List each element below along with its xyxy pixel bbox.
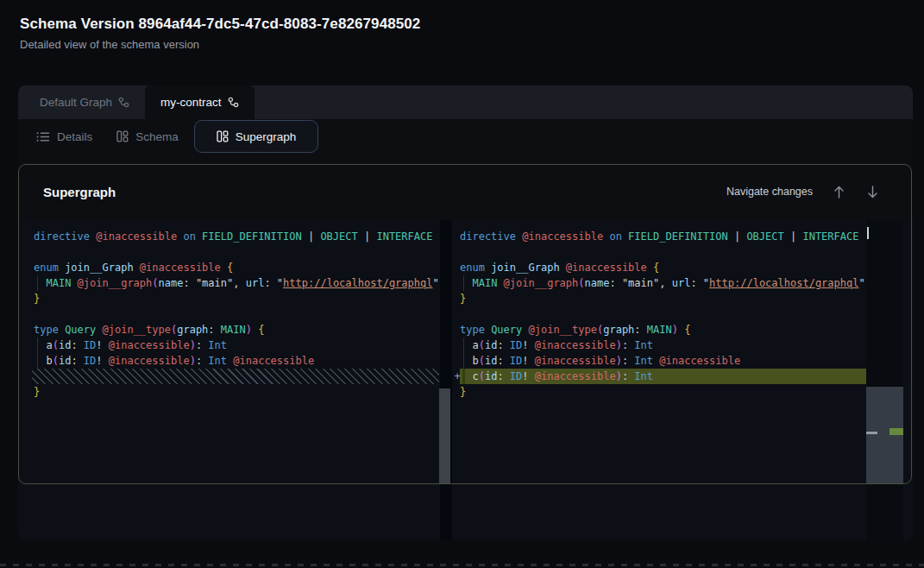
- right-scrollbar-thumb[interactable]: [866, 387, 903, 483]
- code-line: b(id: ID! @inaccessible): Int @inaccessi…: [452, 353, 866, 369]
- code-line: a(id: ID! @inaccessible): Int: [452, 338, 866, 353]
- tab-label: Default Graph: [40, 96, 112, 109]
- view-tabs: DetailsSchemaSupergraph: [18, 119, 913, 154]
- code-line: enum join__Graph @inaccessible {: [452, 260, 866, 275]
- arrow-up-icon[interactable]: [831, 184, 846, 199]
- code-line: [18, 244, 439, 260]
- code-line: }: [452, 291, 866, 306]
- code-line: directive @inaccessible on FIELD_DEFINIT…: [452, 229, 866, 244]
- list-icon: [36, 131, 50, 142]
- panel-title: Supergraph: [43, 185, 116, 199]
- code-line: enum join__Graph @inaccessible {: [18, 260, 439, 275]
- bottom-dashed-rule: [0, 564, 924, 566]
- modified-code: directive @inaccessible on FIELD_DEFINIT…: [452, 220, 866, 400]
- variant-icon: [118, 97, 129, 108]
- schema-version-card: Default Graphmy-contract DetailsSchemaSu…: [18, 85, 913, 540]
- supergraph-panel-header: Supergraph Navigate changes: [18, 164, 913, 219]
- code-line: [452, 306, 866, 322]
- tab-my-contract[interactable]: my-contract: [145, 85, 255, 119]
- overview-ruler[interactable]: [866, 220, 903, 540]
- code-line: b(id: ID! @inaccessible): Int @inaccessi…: [18, 353, 439, 369]
- original-pane[interactable]: directive @inaccessible on FIELD_DEFINIT…: [18, 220, 439, 540]
- overview-insert-marker: [889, 428, 903, 435]
- code-line: [452, 244, 866, 260]
- tab-details[interactable]: Details: [35, 130, 94, 143]
- left-scrollbar-thumb[interactable]: [439, 388, 450, 484]
- tab-schema[interactable]: Schema: [115, 130, 180, 143]
- tab-label: my-contract: [160, 96, 222, 109]
- modified-pane[interactable]: directive @inaccessible on FIELD_DEFINIT…: [452, 220, 866, 540]
- page-title: Schema Version 8964af44-7dc5-47cd-8083-7…: [20, 16, 420, 33]
- diff-insert-sign: +: [450, 369, 464, 384]
- code-line: c(id: ID! @inaccessible): Int: [452, 369, 866, 384]
- code-line: a(id: ID! @inaccessible): Int: [18, 338, 439, 353]
- tab-label: Supergraph: [236, 130, 297, 143]
- overview-position-marker: [866, 432, 877, 434]
- code-line: MAIN @join__graph(name: "main", url: "ht…: [452, 275, 866, 291]
- code-line: type Query @join__type(graph: MAIN) {: [452, 322, 866, 338]
- tab-label: Details: [57, 130, 92, 143]
- navigate-changes-group: Navigate changes: [726, 184, 880, 199]
- tab-label: Schema: [135, 130, 179, 143]
- supergraph-diff-editor: directive @inaccessible on FIELD_DEFINIT…: [18, 220, 913, 540]
- code-line: [18, 306, 439, 322]
- code-line: }: [18, 291, 439, 306]
- arrow-down-icon[interactable]: [864, 184, 880, 199]
- schema-version-page: Schema Version 8964af44-7dc5-47cd-8083-7…: [0, 0, 924, 568]
- page-subtitle: Detailed view of the schema version: [20, 38, 199, 51]
- overview-cursor-marker: [867, 227, 869, 239]
- code-line: }: [452, 384, 866, 400]
- graph-tabs: Default Graphmy-contract: [18, 85, 913, 119]
- original-code: directive @inaccessible on FIELD_DEFINIT…: [18, 220, 439, 400]
- code-line: directive @inaccessible on FIELD_DEFINIT…: [18, 229, 439, 244]
- diff-hatch-pattern: [32, 369, 439, 384]
- code-line: type Query @join__type(graph: MAIN) {: [18, 322, 439, 338]
- code-line: MAIN @join__graph(name: "main", url: "ht…: [18, 275, 439, 291]
- tab-supergraph[interactable]: Supergraph: [194, 120, 319, 153]
- variant-icon: [228, 97, 239, 108]
- tab-default-graph[interactable]: Default Graph: [24, 85, 145, 119]
- panels-icon: [116, 130, 129, 142]
- navigate-changes-label: Navigate changes: [726, 186, 813, 198]
- diff-removed-placeholder: [18, 369, 439, 384]
- panels-icon: [217, 130, 229, 142]
- code-line: }: [18, 384, 439, 400]
